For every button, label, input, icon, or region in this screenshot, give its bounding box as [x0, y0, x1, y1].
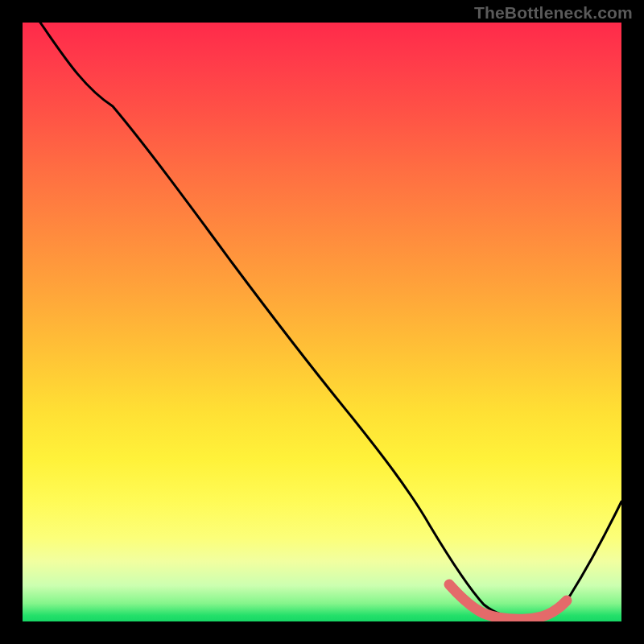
- watermark-text: TheBottleneck.com: [474, 3, 633, 23]
- gradient-plot-area: [23, 23, 621, 621]
- chart-stage: TheBottleneck.com: [0, 0, 644, 644]
